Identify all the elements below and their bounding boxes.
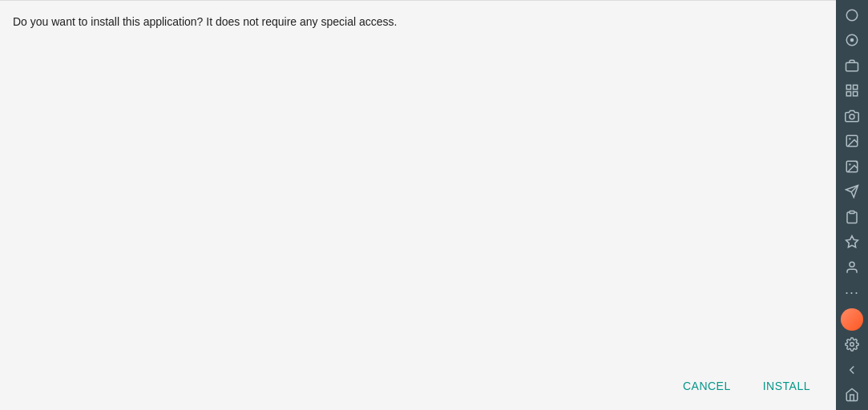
- dialog-actions: CANCEL INSTALL: [657, 362, 836, 410]
- briefcase-icon[interactable]: [838, 54, 866, 78]
- clipboard-icon[interactable]: [838, 205, 866, 229]
- send-icon[interactable]: [838, 180, 866, 204]
- svg-point-10: [849, 139, 850, 140]
- circle-dot-icon[interactable]: [838, 29, 866, 53]
- svg-point-8: [850, 115, 854, 119]
- svg-point-12: [849, 163, 850, 165]
- user-avatar: [841, 308, 863, 331]
- svg-rect-5: [854, 86, 858, 90]
- more-icon[interactable]: ···: [838, 281, 866, 305]
- user-icon[interactable]: [838, 255, 866, 279]
- grid-icon[interactable]: [838, 79, 866, 103]
- main-content: Do you want to install this application?…: [0, 0, 836, 410]
- dialog-message: Do you want to install this application?…: [0, 1, 836, 43]
- svg-point-19: [850, 343, 854, 347]
- svg-rect-7: [854, 92, 858, 96]
- svg-point-18: [850, 262, 854, 267]
- home-icon[interactable]: [838, 384, 866, 408]
- avatar-icon[interactable]: [838, 308, 866, 332]
- settings-icon[interactable]: [838, 333, 866, 357]
- image-icon[interactable]: [838, 130, 866, 154]
- svg-rect-4: [846, 86, 850, 90]
- circle-outline-icon[interactable]: [838, 3, 866, 27]
- svg-rect-16: [850, 211, 854, 213]
- image-edit-icon[interactable]: [838, 155, 866, 179]
- right-sidebar: ···: [836, 0, 868, 410]
- svg-point-0: [846, 10, 858, 21]
- svg-rect-3: [846, 62, 858, 71]
- install-button[interactable]: INSTALL: [750, 372, 823, 400]
- camera-icon[interactable]: [838, 104, 866, 128]
- svg-point-2: [850, 38, 854, 42]
- tag-icon[interactable]: [838, 231, 866, 255]
- svg-marker-17: [846, 236, 858, 247]
- svg-rect-6: [846, 92, 850, 96]
- cancel-button[interactable]: CANCEL: [670, 372, 744, 400]
- back-icon[interactable]: [838, 358, 866, 382]
